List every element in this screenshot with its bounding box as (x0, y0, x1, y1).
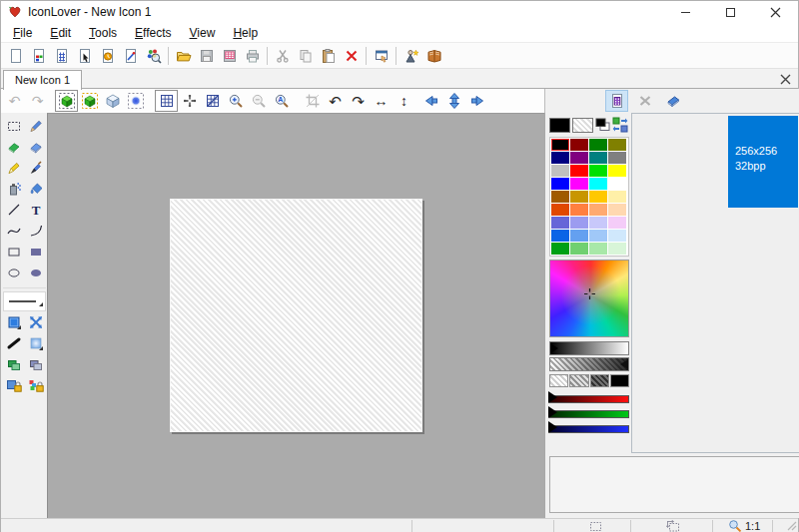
tab-close-icon[interactable] (777, 71, 793, 87)
print-icon[interactable] (241, 45, 264, 67)
soft-fill-tool[interactable] (25, 333, 46, 353)
palette-color[interactable] (570, 139, 588, 151)
delete-icon[interactable] (340, 45, 363, 67)
maximize-icon[interactable] (708, 1, 753, 23)
add-format-icon[interactable] (605, 90, 628, 112)
menu-tools[interactable]: Tools (80, 24, 126, 42)
background-color-swatch[interactable] (572, 118, 593, 133)
shift-left-icon[interactable] (419, 90, 442, 112)
line-width-control[interactable] (3, 291, 46, 311)
paste-icon[interactable] (317, 45, 340, 67)
palette-color[interactable] (608, 178, 626, 190)
close-icon[interactable] (753, 1, 798, 23)
green-slider[interactable] (549, 410, 629, 418)
palette-color[interactable] (570, 204, 588, 216)
opacity-preset-75[interactable] (590, 374, 609, 387)
palette-color[interactable] (589, 217, 607, 229)
copy-icon[interactable] (294, 45, 317, 67)
palette-color[interactable] (589, 204, 607, 216)
clear-image-icon[interactable] (661, 90, 684, 112)
red-marker-icon[interactable] (548, 391, 557, 403)
rotate-left-icon[interactable]: ↶ (324, 90, 347, 112)
palette-color[interactable] (551, 191, 569, 203)
palette-color[interactable] (608, 139, 626, 151)
palette-color[interactable] (608, 204, 626, 216)
filled-ellipse-tool[interactable] (25, 263, 46, 282)
new-image-icon[interactable] (27, 45, 50, 67)
search-icons-icon[interactable] (142, 45, 165, 67)
fill-tool[interactable] (25, 179, 46, 199)
flip-vertical-icon[interactable]: ↕ (393, 90, 415, 112)
palette-color[interactable] (551, 230, 569, 242)
format-list-panel[interactable]: 256x256 32bpp (631, 113, 799, 453)
marker-tool[interactable] (3, 158, 24, 178)
opacity-preset-25[interactable] (549, 374, 568, 387)
palette-color[interactable] (608, 230, 626, 242)
color-spectrum-picker[interactable] (549, 260, 629, 337)
blue-slider[interactable] (549, 425, 629, 433)
default-colors-icon[interactable] (595, 118, 610, 133)
palette-color[interactable] (608, 165, 626, 177)
opacity-marker-icon[interactable] (620, 359, 628, 369)
crop-icon[interactable] (301, 90, 324, 112)
palette-color[interactable] (570, 165, 588, 177)
customize-icon[interactable] (370, 45, 393, 67)
edit-image-icon[interactable] (119, 45, 142, 67)
color-box-tool[interactable] (3, 312, 24, 332)
menu-file[interactable]: File (4, 24, 41, 42)
opacity-preset-50[interactable] (569, 374, 588, 387)
minimize-icon[interactable] (663, 1, 708, 23)
palette-color[interactable] (608, 152, 626, 164)
mode-color-icon[interactable] (78, 90, 101, 112)
palette-color[interactable] (570, 243, 588, 255)
save-library-icon[interactable] (218, 45, 241, 67)
format-item-selected[interactable]: 256x256 32bpp (728, 116, 798, 208)
palette-color[interactable] (551, 217, 569, 229)
palette-color[interactable] (551, 139, 569, 151)
palette-color[interactable] (589, 165, 607, 177)
rectangle-tool[interactable] (3, 242, 24, 262)
wizard-icon[interactable] (400, 45, 422, 67)
eraser-tool[interactable] (25, 137, 46, 157)
centerlines-icon[interactable] (178, 90, 201, 112)
pencil-tool[interactable] (25, 116, 46, 136)
resize-grip[interactable] (787, 521, 797, 531)
palette-color[interactable] (608, 243, 626, 255)
menu-view[interactable]: View (181, 24, 225, 42)
line-tool[interactable] (3, 200, 24, 220)
opacity-slider[interactable] (549, 357, 629, 371)
spray-tool[interactable] (3, 179, 24, 199)
brightness-marker-icon[interactable] (550, 343, 558, 353)
new-library-icon[interactable] (50, 45, 73, 67)
palette-color[interactable] (570, 217, 588, 229)
grid-icon[interactable] (155, 90, 178, 112)
filled-rectangle-tool[interactable] (25, 242, 46, 262)
flip-horizontal-icon[interactable]: ↔ (370, 90, 393, 112)
curve-tool[interactable] (3, 221, 24, 241)
palette-color[interactable] (551, 178, 569, 190)
help-book-icon[interactable] (422, 45, 445, 67)
icon-drawing-canvas[interactable] (170, 199, 422, 432)
save-icon[interactable] (195, 45, 218, 67)
blue-marker-icon[interactable] (548, 421, 557, 433)
red-slider[interactable] (549, 395, 629, 403)
arc-tool[interactable] (25, 221, 46, 241)
ellipse-tool[interactable] (3, 263, 24, 282)
redo-icon[interactable]: ↷ (26, 90, 49, 112)
scatter-tool[interactable] (25, 312, 46, 332)
recent-files-icon[interactable] (96, 45, 119, 67)
pattern-alt-tool[interactable] (25, 354, 46, 374)
palette-color[interactable] (589, 152, 607, 164)
mode-normal-icon[interactable] (55, 90, 78, 112)
menu-help[interactable]: Help (224, 24, 267, 42)
opacity-preset-100[interactable] (610, 374, 629, 387)
zoom-out-icon[interactable] (247, 90, 270, 112)
palette-color[interactable] (589, 178, 607, 190)
mode-smooth-icon[interactable] (124, 90, 147, 112)
cut-icon[interactable] (271, 45, 294, 67)
brightness-slider[interactable] (549, 341, 629, 355)
palette-color[interactable] (551, 152, 569, 164)
mode-3d-icon[interactable] (101, 90, 124, 112)
menu-effects[interactable]: Effects (126, 24, 180, 42)
palette-color[interactable] (608, 217, 626, 229)
